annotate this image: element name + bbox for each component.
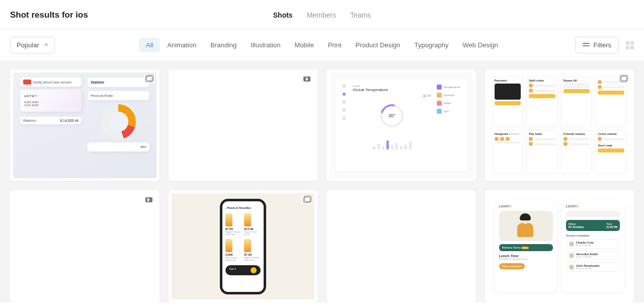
sort-dropdown[interactable]: Popular xyxy=(10,37,55,53)
name: Richard Terris xyxy=(502,246,521,249)
shot-card[interactable]: ‹ Pasta & Noodles $7.99Eggplant Organic … xyxy=(169,190,318,302)
tab-illustration[interactable]: Illustration xyxy=(244,38,287,52)
tab-product-design[interactable]: Product Design xyxy=(349,38,408,52)
multi-shot-icon xyxy=(143,74,154,84)
leg: Ups xyxy=(444,110,449,113)
tab-mobile[interactable]: Mobile xyxy=(288,38,321,52)
t: Pay back xyxy=(529,132,555,135)
balance-value: $ 14,020.44 xyxy=(60,119,78,122)
leg: Temperature xyxy=(444,86,461,89)
shot-card[interactable]: Payment Split order Repay till Hangouts … xyxy=(485,69,634,181)
leg: General xyxy=(444,94,454,97)
tab-print[interactable]: Print xyxy=(321,38,349,52)
t: Don't wait xyxy=(598,144,624,147)
t: Repay till xyxy=(564,79,590,82)
t: Costs refund xyxy=(598,132,624,135)
t: Friends nearby xyxy=(564,132,590,135)
t: Hangouts xyxy=(495,132,509,135)
ct: 01:30 - 02:30 PM xyxy=(576,256,598,258)
tab-web-design[interactable]: Web Design xyxy=(455,38,505,52)
leg: Water xyxy=(444,102,452,105)
lt: Lunch Time xyxy=(499,254,553,258)
pill: Find a companion xyxy=(499,263,525,269)
nav-teams[interactable]: Teams xyxy=(350,11,371,19)
badge: PRO xyxy=(521,247,529,249)
notify-text: Notify about new service xyxy=(33,81,71,84)
stat-title: Statistic xyxy=(91,81,104,84)
cart-n: 1 xyxy=(235,267,236,270)
shot-card[interactable]: Global Global Temperature 💧 53% 30° Temp… xyxy=(327,69,476,181)
dash-title: Global Temperature xyxy=(353,88,432,92)
cart: Cart xyxy=(229,267,234,270)
category-tabs: All Animation Branding Illustration Mobi… xyxy=(139,38,505,52)
loc: NY, Brooklyn xyxy=(569,225,584,228)
temp: 30° xyxy=(388,113,395,118)
tab-all[interactable]: All xyxy=(139,38,160,52)
sub: Find the best companion for you xyxy=(499,258,553,260)
t: Rooms xyxy=(509,132,519,135)
logo: Lunch xyxy=(566,204,576,208)
shot-card[interactable]: David Courtney Level06 Points3 980 Rank7… xyxy=(169,69,318,181)
view-toggle[interactable] xyxy=(626,41,634,49)
nav-members[interactable]: Members xyxy=(307,11,336,19)
shot-card[interactable]: Luncher Richard Terris PRO Lunch Time Fi… xyxy=(485,190,634,302)
multi-shot-icon xyxy=(618,74,629,84)
top-nav: Shots Members Teams xyxy=(273,11,371,19)
balance-label: Balance xyxy=(23,119,36,122)
filters-button[interactable]: Filters xyxy=(575,37,619,53)
desc: Biona Organic Spelt Fusilli xyxy=(225,256,242,261)
video-icon xyxy=(301,74,312,84)
ct: 01:00 - 02:00 PM xyxy=(576,267,600,270)
desc: Eggplant Organic Spelt Pasta xyxy=(225,231,242,236)
shot-card[interactable]: Filters Recipe Contest Favorites Foodies… xyxy=(327,190,476,302)
shot-gallery: Notify about new service HRTBT 5182 0084… xyxy=(10,69,634,302)
t: Payment xyxy=(495,79,521,82)
sort-label: Popular xyxy=(17,41,39,49)
filters-label: Filters xyxy=(594,41,611,49)
page-title: Shot results for ios xyxy=(10,10,88,20)
period: Period Last 30 days xyxy=(88,91,149,100)
t: Split order xyxy=(529,79,555,82)
logo: er xyxy=(576,204,579,208)
desc: Organic Fusilli No.28 xyxy=(244,231,261,236)
humidity: 53% xyxy=(426,94,431,97)
chevron-down-icon xyxy=(44,44,48,46)
filter-icon xyxy=(583,43,590,48)
video-icon xyxy=(143,195,154,204)
card-numbers: 5182 0084 1310 2649 xyxy=(24,101,77,107)
shot-card[interactable]: Notify about new service HRTBT 5182 0084… xyxy=(10,69,159,181)
pct: 18% xyxy=(88,142,149,151)
tab-typography[interactable]: Typography xyxy=(407,38,455,52)
multi-shot-icon xyxy=(301,195,312,204)
hdr: Pasta & Noodles xyxy=(227,206,251,209)
tab-branding[interactable]: Branding xyxy=(203,38,244,52)
logo: er xyxy=(509,204,512,208)
brand: HRTBT xyxy=(24,95,77,98)
ct: 01:00 - 02:00 PM xyxy=(576,244,594,247)
desc: Eggplant Organic Spelt Pasta xyxy=(244,256,261,261)
nav-shots[interactable]: Shots xyxy=(273,11,293,19)
choose: Choose a companion xyxy=(566,234,620,237)
shot-card[interactable]: LEVEL41 GOLD COINS 32 xyxy=(10,190,159,302)
tab-animation[interactable]: Animation xyxy=(160,38,203,52)
tval: 01:00 PM xyxy=(606,225,617,228)
logo: Lunch xyxy=(499,204,509,208)
